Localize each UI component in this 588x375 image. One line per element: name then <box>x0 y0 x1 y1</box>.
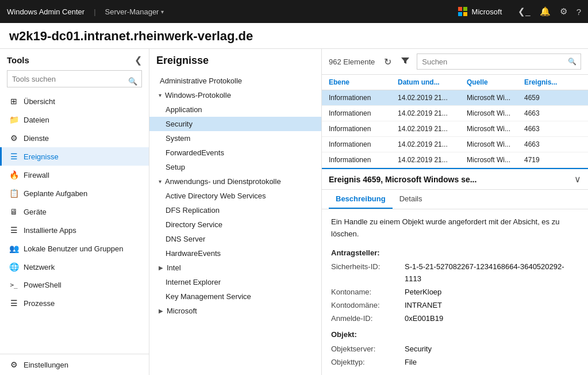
sidebar-item-uebersicht[interactable]: ⊞ Übersicht <box>0 92 149 110</box>
col-quelle[interactable]: Quelle <box>462 75 520 90</box>
cell-ebene: Informationen <box>324 90 393 105</box>
sidebar-item-netzwerk[interactable]: 🌐 Netzwerk <box>0 258 149 276</box>
sidebar-item-firewall[interactable]: 🔥 Firewall <box>0 166 149 184</box>
table-row[interactable]: Informationen 14.02.2019 21... Microsoft… <box>322 152 588 168</box>
events-icon: ☰ <box>9 152 19 161</box>
tree-item-label: Setup <box>166 163 185 171</box>
table-row[interactable]: Informationen 14.02.2019 21... Microsoft… <box>322 90 588 106</box>
event-tree: Administrative Protokolle ▾ Windows-Prot… <box>149 71 321 375</box>
sidebar-item-powershell[interactable]: >_ PowerShell <box>0 276 149 294</box>
detail-field: Objektserver: Security <box>331 343 579 355</box>
detail-field: Sicherheits-ID: S-1-5-21-527082267-12341… <box>331 261 579 285</box>
table-row[interactable]: Informationen 14.02.2019 21... Microsoft… <box>322 106 588 121</box>
apps-icon: ☰ <box>9 225 19 235</box>
tree-item-key-management[interactable]: Key Management Service <box>149 289 321 304</box>
event-detail: Ereignis 4659, Microsoft Windows se... ∨… <box>322 168 588 375</box>
tree-item-setup[interactable]: Setup <box>149 160 321 174</box>
detail-field: Kontoname: PeterKloep <box>331 286 579 299</box>
server-manager-menu[interactable]: Server-Manager ▾ <box>105 7 164 16</box>
sidebar-item-label: Geräte <box>24 208 47 216</box>
cell-quelle: Microsoft Wi... <box>462 137 520 152</box>
tree-item-directory-service[interactable]: Directory Service <box>149 217 321 232</box>
tree-item-active-directory-web[interactable]: Active Directory Web Services <box>149 189 321 203</box>
table-row[interactable]: Informationen 14.02.2019 21... Microsoft… <box>322 121 588 137</box>
terminal-icon[interactable]: ❮_ <box>518 6 530 17</box>
antragsteller-label: Antragsteller: <box>331 247 579 259</box>
tree-item-internet-explorer[interactable]: Internet Explorer <box>149 275 321 289</box>
help-icon[interactable]: ? <box>577 7 581 17</box>
tree-item-forwardedevents[interactable]: ForwardedEvents <box>149 146 321 160</box>
tree-item-windows-protokolle[interactable]: ▾ Windows-Protokolle <box>149 88 321 102</box>
tree-item-label: Microsoft <box>167 307 197 315</box>
cell-quelle: Microsoft Wi... <box>462 152 520 167</box>
event-table-body: Informationen 14.02.2019 21... Microsoft… <box>322 90 588 168</box>
gear-icon[interactable]: ⚙ <box>560 6 567 17</box>
search-icon: 🔍 <box>568 58 577 66</box>
detail-field: Anmelde-ID: 0xE001B19 <box>331 313 579 325</box>
event-search-input[interactable] <box>417 53 581 70</box>
event-table: Ebene Datum und... Quelle Ereignis... In… <box>322 75 588 168</box>
topbar-sep: | <box>94 7 95 16</box>
table-row[interactable]: Informationen 14.02.2019 21... Microsoft… <box>322 137 588 152</box>
col-ebene[interactable]: Ebene <box>324 75 393 90</box>
sidebar-item-label: Netzwerk <box>24 263 55 271</box>
filter-button[interactable] <box>398 55 412 68</box>
sidebar-item-geraete[interactable]: 🖥 Geräte <box>0 202 149 221</box>
tree-item-admin-protokolle[interactable]: Administrative Protokolle <box>149 74 321 88</box>
cell-ebene: Informationen <box>324 137 393 152</box>
tree-item-system[interactable]: System <box>149 131 321 146</box>
tree-item-label: Intel <box>167 263 181 272</box>
detail-expand-button[interactable]: ∨ <box>574 174 581 185</box>
sidebar-item-einstellungen[interactable]: ⚙ Einstellungen <box>0 355 149 374</box>
tree-item-microsoft[interactable]: ▶ Microsoft <box>149 304 321 318</box>
field-value: PeterKloep <box>405 286 441 299</box>
tree-item-dfs-replication[interactable]: DFS Replication <box>149 203 321 217</box>
tree-item-application[interactable]: Application <box>149 102 321 117</box>
field-name: Anmelde-ID: <box>331 313 400 325</box>
settings-icon: ⚙ <box>9 360 19 369</box>
bell-icon[interactable]: 🔔 <box>540 6 551 17</box>
tab-label: Details <box>399 194 422 203</box>
sidebar-item-geplante-aufgaben[interactable]: 📋 Geplante Aufgaben <box>0 184 149 202</box>
cell-datum: 14.02.2019 21... <box>393 152 462 167</box>
sidebar-collapse-button[interactable]: ❮ <box>134 55 142 66</box>
ms-logo-grid <box>458 7 467 16</box>
network-icon: 🌐 <box>9 262 19 271</box>
sidebar-item-prozesse[interactable]: ☰ Prozesse <box>0 294 149 312</box>
sidebar-search-icon: 🔍 <box>128 77 137 86</box>
server-manager-label: Server-Manager <box>105 7 159 16</box>
tree-item-label: Directory Service <box>166 220 222 229</box>
sidebar-item-label: Firewall <box>24 171 49 179</box>
tab-details[interactable]: Details <box>393 190 429 209</box>
sidebar-search-input[interactable] <box>7 70 142 87</box>
ms-logo-label: Microsoft <box>472 7 502 16</box>
sidebar-item-dateien[interactable]: 📁 Dateien <box>0 110 149 129</box>
field-value: 0xE001B19 <box>405 313 443 325</box>
tree-item-anwendungs-dienstprotokolle[interactable]: ▾ Anwendungs- und Dienstprotokolle <box>149 174 321 189</box>
cell-ebene: Informationen <box>324 152 393 167</box>
refresh-button[interactable]: ↻ <box>382 55 394 68</box>
field-name: Kontodomäne: <box>331 300 400 312</box>
sidebar-item-label: Prozesse <box>24 299 55 308</box>
tree-item-label: DFS Replication <box>166 206 220 215</box>
tree-item-intel[interactable]: ▶ Intel <box>149 261 321 275</box>
sidebar-item-ereignisse[interactable]: ☰ Ereignisse <box>0 147 149 166</box>
sidebar-item-lokale-benutzer[interactable]: 👥 Lokale Benutzer und Gruppen <box>0 239 149 258</box>
sidebar-item-installierte-apps[interactable]: ☰ Installierte Apps <box>0 221 149 239</box>
detail-description: Ein Handle zu einem Objekt wurde angefor… <box>331 216 579 240</box>
tree-item-security[interactable]: Security <box>149 117 321 131</box>
sidebar-item-dienste[interactable]: ⚙ Dienste <box>0 129 149 147</box>
tree-item-hardware-events[interactable]: HardwareEvents <box>149 246 321 261</box>
tree-item-label: Anwendungs- und Dienstprotokolle <box>165 177 281 186</box>
tree-item-dns-server[interactable]: DNS Server <box>149 232 321 246</box>
col-datum[interactable]: Datum und... <box>393 75 462 90</box>
cell-ereignis: 4659 <box>520 90 566 105</box>
tab-beschreibung[interactable]: Beschreibung <box>329 190 393 209</box>
sidebar-item-label: Lokale Benutzer und Gruppen <box>24 244 123 253</box>
col-ereignis[interactable]: Ereignis... <box>520 75 566 90</box>
field-name: Objektserver: <box>331 343 400 355</box>
sidebar-item-label: Geplante Aufgaben <box>24 189 87 198</box>
tree-item-label: Internet Explorer <box>166 278 221 286</box>
field-name: Kontoname: <box>331 286 400 299</box>
field-name: Objekttyp: <box>331 357 400 369</box>
